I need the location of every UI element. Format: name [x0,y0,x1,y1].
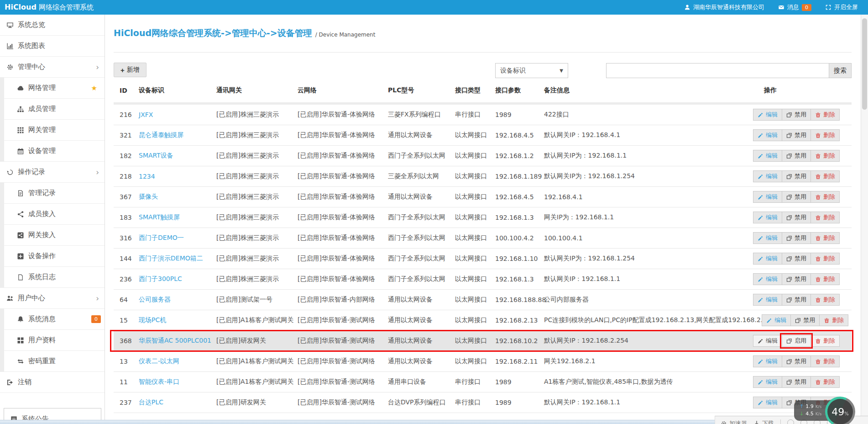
device-name-link[interactable]: 昆仑通泰触摸屏 [139,131,183,138]
toolbar-icon-1[interactable] [787,419,794,424]
disable-button[interactable]: 禁用 [782,212,811,223]
sidebar-item-系统总览[interactable]: 系统总览 [0,15,105,36]
delete-button[interactable]: 删除 [810,273,840,285]
download-speed: 4.5 [805,410,814,418]
cell-plc-model: 通用以太网设备 [382,193,449,201]
edit-button[interactable]: 编辑 [753,376,782,388]
edit-button[interactable]: 编辑 [762,314,791,326]
sidebar-item-密码重置[interactable]: 密码重置 [0,351,105,372]
edit-button[interactable]: 编辑 [753,129,782,141]
delete-button[interactable]: 删除 [810,376,840,388]
edit-button[interactable]: 编辑 [753,335,782,347]
cell-id: 15 [114,317,133,324]
delete-button[interactable]: 删除 [810,253,840,265]
company-account[interactable]: 湖南华辰智通科技有限公司 [684,3,764,11]
delete-button[interactable]: 删除 [810,170,840,182]
search-input[interactable] [606,63,829,78]
pencil-icon [758,359,763,365]
device-name-link[interactable]: 华辰智通AC 500PLC001 [139,337,211,344]
edit-button[interactable]: 编辑 [753,253,782,265]
sidebar-item-成员管理[interactable]: 成员管理 [0,99,105,120]
download-item[interactable]: 下载 [753,419,774,424]
device-name-link[interactable]: SMART触摸屏 [139,213,180,221]
disable-button[interactable]: 禁用 [782,109,811,121]
delete-button[interactable]: 删除 [810,232,840,244]
disable-button[interactable]: 禁用 [782,376,811,388]
sidebar-item-管理记录[interactable]: 管理记录 [0,183,105,204]
disable-button[interactable]: 禁用 [782,191,811,203]
device-name-link[interactable]: 西门子300PLC [139,275,182,282]
cell-note: 默认网关IP为：192.168.1.254 [538,172,758,180]
edit-button[interactable]: 编辑 [753,232,782,244]
device-name-link[interactable]: 仪表二-以太网 [139,357,179,365]
sidebar-item-管理中心[interactable]: 管理中心 › [0,57,105,78]
sidebar-item-设备操作[interactable]: 设备操作 [0,246,105,267]
device-name-link[interactable]: 现场PC机 [139,316,166,323]
disable-button[interactable]: 禁用 [782,294,811,306]
device-name-link[interactable]: JXFX [139,111,153,118]
sidebar-item-网关管理[interactable]: 网关管理 [0,120,105,141]
sidebar-item-用户资料[interactable]: 用户资料 [0,330,105,351]
disable-button[interactable]: 禁用 [782,170,811,182]
sidebar-item-操作记录[interactable]: 操作记录 › [0,162,105,183]
cell-cloud-network: [已启用]华辰智通-测试网络 [292,378,382,386]
trash-icon [815,112,821,118]
disable-button[interactable]: 禁用 [790,314,820,326]
sidebar-item-用户中心[interactable]: 用户中心 › [0,288,105,309]
sidebar-item-设备管理[interactable]: 设备管理 [0,141,105,162]
delete-button[interactable]: 删除 [810,129,840,141]
scrollbar-thumb[interactable] [862,18,867,110]
device-name-link[interactable]: 西门子演示DEMO箱二 [139,254,203,262]
filter-field-select[interactable]: 设备标识 ▼ [495,63,568,78]
edit-button[interactable]: 编辑 [753,212,782,223]
edit-button[interactable]: 编辑 [753,273,782,285]
fullscreen-toggle[interactable]: 开启全屏 [825,3,858,11]
messages-item[interactable]: 消息 0 [778,3,811,11]
disable-button[interactable]: 禁用 [782,273,811,285]
sidebar-item-系统日志[interactable]: 系统日志 [0,267,105,288]
edit-button[interactable]: 编辑 [753,397,782,408]
delete-button[interactable]: 删除 [810,335,840,347]
disable-button[interactable]: 禁用 [782,253,811,265]
delete-button[interactable]: 删除 [810,212,840,223]
edit-button[interactable]: 编辑 [753,294,782,306]
fullscreen-icon [825,4,831,11]
sidebar-item-系统消息[interactable]: 系统消息 0 [0,309,105,330]
edit-button[interactable]: 编辑 [753,150,782,162]
page-scrollbar[interactable] [861,15,868,424]
delete-button[interactable]: 删除 [810,294,840,306]
device-name-link[interactable]: SMART设备 [139,152,173,159]
sidebar-item-系统图表[interactable]: 系统图表 [0,36,105,57]
edit-button[interactable]: 编辑 [753,170,782,182]
add-device-button[interactable]: + 新增 [114,63,146,77]
device-name-link[interactable]: 摄像头 [139,193,158,200]
sidebar-item-网络管理[interactable]: 网络管理 ★ [0,78,105,99]
usage-percent-widget[interactable]: 49 % [825,397,855,424]
sidebar-item-成员接入[interactable]: 成员接入 [0,204,105,225]
enable-button[interactable]: 启用 [782,335,811,347]
delete-button[interactable]: 删除 [810,191,840,203]
sidebar-item-注销[interactable]: 注销 [0,372,105,393]
device-name-link[interactable]: 台达PLC [139,398,163,406]
disable-button[interactable]: 禁用 [782,150,811,162]
th-large-icon [17,337,24,344]
disable-button[interactable]: 禁用 [782,129,811,141]
delete-button[interactable]: 删除 [810,355,840,367]
device-name-link[interactable]: 智能仪表-串口 [139,378,179,385]
breadcrumb: HiCloud网络综合管理系统->管理中心->设备管理 [114,27,312,39]
edit-button[interactable]: 编辑 [753,355,782,367]
disable-button[interactable]: 禁用 [782,232,811,244]
delete-button[interactable]: 删除 [819,314,848,326]
edit-button[interactable]: 编辑 [753,109,782,121]
device-name-link[interactable]: 西门子DEMO一 [139,234,184,241]
device-name-link[interactable]: 1234 [139,173,155,180]
accelerator-item[interactable]: 加速器 [721,419,747,424]
search-button[interactable]: 搜索 [829,63,852,78]
device-name-link[interactable]: 公司服务器 [139,296,171,303]
sidebar-item-网关接入[interactable]: 网关接入 [0,225,105,246]
delete-button[interactable]: 删除 [810,109,840,121]
disable-button[interactable]: 禁用 [782,355,811,367]
delete-button[interactable]: 删除 [810,150,840,162]
envelope-icon [778,4,784,11]
edit-button[interactable]: 编辑 [753,191,782,203]
